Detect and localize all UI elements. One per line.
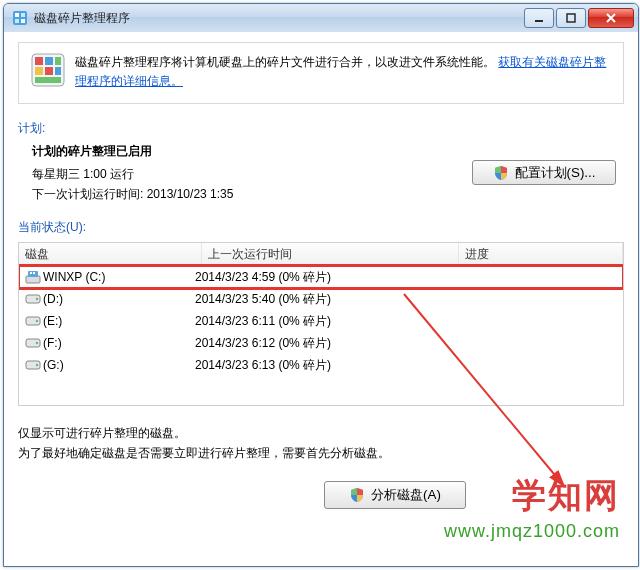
info-description: 磁盘碎片整理程序将计算机硬盘上的碎片文件进行合并，以改进文件系统性能。	[75, 55, 495, 69]
disk-list: 磁盘 上一次运行时间 进度 WINXP (C:)2014/3/23 4:59 (…	[18, 242, 624, 406]
disk-row[interactable]: (G:)2014/3/23 6:13 (0% 碎片)	[19, 354, 623, 376]
disk-row[interactable]: (E:)2014/3/23 6:11 (0% 碎片)	[19, 310, 623, 332]
disk-row[interactable]: (D:)2014/3/23 5:40 (0% 碎片)	[19, 288, 623, 310]
drive-icon	[25, 315, 43, 327]
disk-name: (D:)	[43, 292, 195, 306]
maximize-button[interactable]	[556, 8, 586, 28]
svg-rect-1	[15, 13, 19, 17]
svg-rect-8	[35, 57, 43, 65]
footer-line1: 仅显示可进行碎片整理的磁盘。	[18, 424, 624, 443]
status-section-label: 当前状态(U):	[18, 219, 624, 236]
defrag-icon	[31, 53, 65, 87]
svg-rect-13	[55, 67, 61, 75]
svg-rect-6	[567, 14, 575, 22]
drive-icon	[25, 337, 43, 349]
svg-rect-4	[21, 19, 25, 23]
disk-name: WINXP (C:)	[43, 270, 195, 284]
info-text: 磁盘碎片整理程序将计算机硬盘上的碎片文件进行合并，以改进文件系统性能。 获取有关…	[75, 53, 611, 91]
svg-rect-12	[45, 67, 53, 75]
col-last-run-header[interactable]: 上一次运行时间	[202, 243, 459, 265]
shield-icon	[493, 165, 509, 181]
disk-row[interactable]: WINXP (C:)2014/3/23 4:59 (0% 碎片)	[19, 266, 623, 288]
disk-name: (E:)	[43, 314, 195, 328]
disk-rows: WINXP (C:)2014/3/23 4:59 (0% 碎片)(D:)2014…	[19, 266, 623, 376]
close-button[interactable]	[588, 8, 634, 28]
disk-last-run: 2014/3/23 5:40 (0% 碎片)	[195, 291, 445, 308]
minimize-button[interactable]	[524, 8, 554, 28]
schedule-section-label: 计划:	[18, 120, 624, 137]
analyze-disk-button[interactable]: 分析磁盘(A)	[324, 481, 466, 509]
drive-icon	[25, 270, 43, 284]
footer-text: 仅显示可进行碎片整理的磁盘。 为了最好地确定磁盘是否需要立即进行碎片整理，需要首…	[18, 424, 624, 462]
shield-icon	[349, 487, 365, 503]
disk-last-run: 2014/3/23 4:59 (0% 碎片)	[195, 269, 445, 286]
col-progress-header[interactable]: 进度	[459, 243, 623, 265]
button-row: 分析磁盘(A)	[18, 481, 624, 509]
svg-rect-14	[35, 77, 61, 83]
schedule-next-run: 下一次计划运行时间: 2013/10/23 1:35	[32, 186, 624, 203]
disk-list-header: 磁盘 上一次运行时间 进度	[19, 243, 623, 266]
svg-point-26	[36, 364, 38, 366]
schedule-status-title: 计划的碎片整理已启用	[32, 143, 624, 160]
disk-last-run: 2014/3/23 6:12 (0% 碎片)	[195, 335, 445, 352]
svg-point-24	[36, 342, 38, 344]
window-title: 磁盘碎片整理程序	[34, 10, 130, 27]
title-bar[interactable]: 磁盘碎片整理程序	[4, 4, 638, 33]
svg-rect-3	[15, 19, 19, 23]
svg-rect-10	[55, 57, 61, 65]
configure-schedule-button[interactable]: 配置计划(S)...	[472, 160, 616, 185]
window-frame: 磁盘碎片整理程序 磁盘碎片整理程序将计算机硬盘上的碎片文件进行合并，以改进文件系…	[3, 3, 639, 567]
disk-last-run: 2014/3/23 6:11 (0% 碎片)	[195, 313, 445, 330]
svg-rect-2	[21, 13, 25, 17]
app-icon	[12, 10, 28, 26]
info-panel: 磁盘碎片整理程序将计算机硬盘上的碎片文件进行合并，以改进文件系统性能。 获取有关…	[18, 42, 624, 104]
disk-last-run: 2014/3/23 6:13 (0% 碎片)	[195, 357, 445, 374]
disk-name: (G:)	[43, 358, 195, 372]
svg-rect-17	[30, 272, 32, 274]
drive-icon	[25, 293, 43, 305]
svg-rect-18	[33, 272, 35, 274]
client-area: 磁盘碎片整理程序将计算机硬盘上的碎片文件进行合并，以改进文件系统性能。 获取有关…	[4, 32, 638, 566]
configure-schedule-label: 配置计划(S)...	[515, 164, 596, 182]
drive-icon	[25, 359, 43, 371]
svg-point-22	[36, 320, 38, 322]
svg-rect-9	[45, 57, 53, 65]
analyze-disk-label: 分析磁盘(A)	[371, 486, 441, 504]
footer-line2: 为了最好地确定磁盘是否需要立即进行碎片整理，需要首先分析磁盘。	[18, 444, 624, 463]
col-disk-header[interactable]: 磁盘	[19, 243, 202, 265]
svg-rect-11	[35, 67, 43, 75]
svg-point-20	[36, 298, 38, 300]
svg-rect-15	[26, 276, 40, 283]
svg-rect-5	[535, 20, 543, 22]
disk-name: (F:)	[43, 336, 195, 350]
disk-row[interactable]: (F:)2014/3/23 6:12 (0% 碎片)	[19, 332, 623, 354]
